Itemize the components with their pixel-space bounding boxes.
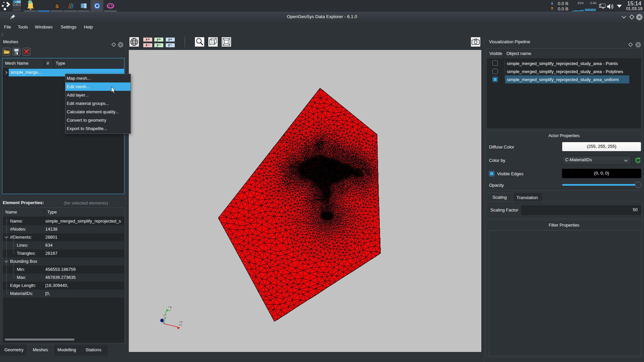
- svg-text:X: X: [179, 321, 182, 326]
- svg-text:Z: Z: [163, 314, 166, 319]
- svg-text:Y: Y: [168, 306, 172, 311]
- svg-text:0.0 B: 0.0 B: [558, 6, 569, 11]
- svg-text:0.0 B: 0.0 B: [558, 1, 569, 6]
- svg-text:S: S: [55, 4, 59, 9]
